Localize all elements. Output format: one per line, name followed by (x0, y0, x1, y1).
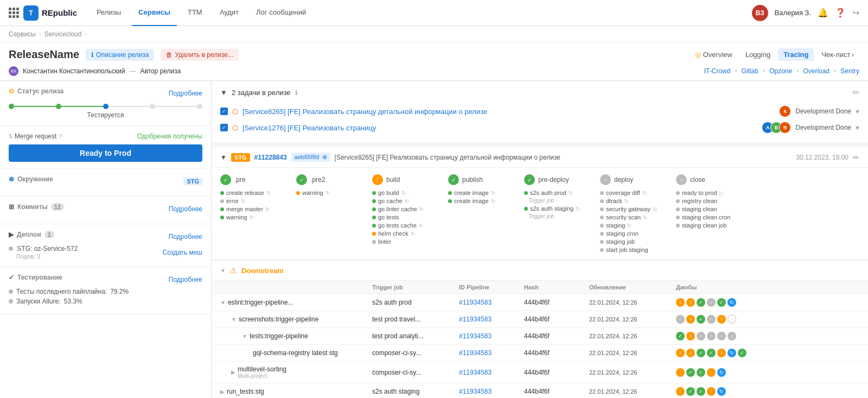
stage-predeploy-name: pre-deploy (538, 176, 569, 184)
downstream-collapse-icon[interactable]: ▼ (220, 268, 226, 274)
delete-icon: 🗑 (166, 51, 173, 59)
nav-ttm[interactable]: ТТМ (181, 0, 209, 26)
stages-row: ✓ .pre create release ↻ error ↻ (212, 168, 868, 260)
ds-col-id: ID Pipeline (459, 284, 524, 290)
breadcrumb-services[interactable]: Сервисы (9, 30, 36, 38)
pipeline-time: 30.12.2023, 18:00 (796, 154, 848, 161)
ext-link-itcrowd[interactable]: IT-Crowd (704, 67, 731, 75)
nav-audit[interactable]: Аудит (213, 0, 245, 26)
pipeline-id[interactable]: #11228843 (254, 154, 287, 161)
help-icon[interactable]: ❓ (835, 8, 846, 18)
downstream-table-header: Trigger job ID Pipeline Hash Обновление … (212, 280, 868, 294)
tab-overview[interactable]: ◎ Overview (690, 48, 738, 61)
job-icon: ○ (676, 315, 685, 324)
job-icon: ✓ (697, 298, 705, 307)
nav-releases[interactable]: Релизы (90, 0, 127, 26)
ext-link-opzone[interactable]: Opzone (769, 67, 792, 75)
job-s2s-auth-prod: s2s auth prod ↻ (524, 189, 591, 196)
nav-log[interactable]: Лог сообщений (250, 0, 312, 26)
ds-name-gql: gql-schema-registry latest stg (220, 349, 372, 357)
nav-services[interactable]: Сервисы (132, 0, 177, 26)
ds-expand-runtests[interactable]: ▶ (220, 389, 225, 395)
ds-expand-tests[interactable]: ▼ (242, 333, 247, 339)
ds-jobs-gql: ! ! ✓ ✓ ! ↻ ✓ (676, 349, 859, 357)
describe-button[interactable]: ℹ Описание релиза (86, 49, 154, 61)
commits-more-button[interactable]: Подробнее (169, 205, 202, 213)
status-icon: ⊙ (9, 87, 14, 95)
delete-button[interactable]: 🗑 Удалить в релизе... (161, 49, 239, 61)
status-more-button[interactable]: Подробнее (169, 90, 202, 97)
job-icon: ↻ (717, 368, 726, 377)
stage-build-icon: ! (372, 174, 383, 185)
job-go-cache: go cache ↻ (372, 198, 439, 204)
merge-icon: ⑊ (9, 132, 12, 140)
ext-link-overload[interactable]: Overload (803, 67, 829, 75)
task-checkbox-2[interactable]: ✓ (220, 124, 228, 131)
user-name-label: Валерия З. (775, 9, 811, 17)
downstream-warning-icon: ⚠ (230, 266, 237, 275)
breadcrumb-servicecloud[interactable]: Servicecloud (44, 30, 82, 38)
ds-trigger-runtests: s2s auth staging (372, 388, 459, 395)
job-icon: ! (686, 332, 695, 340)
ds-id-eslint: #11934583 (459, 299, 524, 306)
create-mesh-button[interactable]: Создать меш (163, 249, 203, 256)
ds-id-screenshots: #11934583 (459, 315, 524, 323)
tasks-edit-button[interactable]: ✏ (852, 87, 859, 98)
ds-expand-multilevel[interactable]: ▶ (231, 369, 235, 375)
user-area: ВЗ Валерия З. 🔔 ❓ ↪ (752, 5, 859, 21)
stage-predeploy-jobs: s2s auth prod ↻ Trigger job s2s auth sta… (524, 189, 591, 219)
deploy-sub: Подов: 3 (9, 252, 78, 260)
bell-icon[interactable]: 🔔 (818, 8, 828, 18)
ds-date-eslint: 22.01.2024, 12:26 (589, 299, 676, 306)
job-warning-pre: warning ↻ (220, 214, 288, 220)
progress-line-2 (61, 106, 103, 107)
tab-tracing[interactable]: Tracing (778, 48, 814, 61)
commits-section: ⊞ Коммиты 12 Подробнее (0, 197, 211, 224)
deploy-dot (9, 247, 13, 251)
testing-icon: ✓ (9, 274, 14, 281)
right-content: ▼ 2 задачи в релизе ℹ ✏ ✓ ⬡ [Service8265… (212, 81, 868, 398)
pipeline-edit-button[interactable]: ✏ (853, 153, 859, 162)
ready-to-prod-button[interactable]: Ready to Prod (9, 144, 202, 162)
tab-logging[interactable]: Logging (740, 48, 776, 61)
ext-link-sentry[interactable]: Sentry (840, 67, 859, 75)
stage-pre-jobs: create release ↻ error ↻ merge master ↻ (220, 189, 288, 220)
grid-menu-icon[interactable] (9, 8, 19, 18)
stage-pre-name: .pre (234, 176, 246, 184)
stage-deploy-name: deploy (614, 176, 633, 184)
logout-icon[interactable]: ↪ (852, 8, 859, 18)
ds-row-eslint: ▼ eslint:trigger-pipeline... s2s auth pr… (212, 294, 868, 311)
task-dropdown-2[interactable]: ▾ (856, 123, 859, 132)
info-icon: ℹ (91, 51, 94, 59)
job-security-scan: security scan ↻ (600, 214, 667, 220)
ds-hash-multilevel: 444b4f6f (524, 369, 589, 376)
ext-link-gitlab[interactable]: Gitlab (742, 67, 758, 75)
task-dropdown-1[interactable]: ▾ (856, 107, 859, 116)
job-ready-action[interactable]: ▷ (719, 190, 724, 196)
ds-jobs-tests: ✓ ! ○ ○ ○ ○ (676, 332, 859, 340)
testing-more-button[interactable]: Подробнее (169, 276, 202, 283)
pipeline-collapse-icon[interactable]: ▼ (220, 154, 227, 161)
tasks-collapse-icon[interactable]: ▼ (220, 89, 227, 97)
stage-pre2-name: .pre2 (310, 176, 325, 184)
job-staging-job: staging job (600, 238, 667, 245)
ds-id-multilevel: #11934583 (459, 369, 524, 376)
stage-publish-name: publish (462, 176, 483, 184)
stage-close-jobs: ready to prod ▷ registry clean staging c… (676, 189, 743, 229)
pipeline-section: ▼ STG #11228843 aeb65f8d ⊕ [Service8265]… (212, 147, 868, 398)
deploys-more-button[interactable]: Подробнее (169, 233, 202, 241)
checklist-arrow-icon: › (852, 50, 854, 59)
tab-checklist[interactable]: Чек-лист › (816, 48, 859, 61)
job-create-release: create release ↻ (220, 189, 288, 196)
stage-build-name: build (386, 176, 400, 184)
job-registry-clean: registry clean (676, 198, 743, 204)
ds-row-tests: ▼ tests:trigger-pipeline test prod analy… (212, 328, 868, 345)
task-checkbox-1[interactable]: ✓ (220, 108, 228, 115)
copy-icon[interactable]: ⊕ (322, 154, 327, 160)
ds-jobs-multilevel: ! ✓ ✓ ! ↻ (676, 368, 859, 377)
ds-expand-eslint[interactable]: ▼ (220, 300, 226, 306)
stage-deploy-jobs: coverage diff ↻ dtrack ↻ security gatewa… (600, 189, 667, 253)
ds-expand-screenshots[interactable]: ▼ (231, 317, 237, 323)
allure-dot (9, 299, 13, 304)
job-linter: linter (372, 238, 439, 245)
